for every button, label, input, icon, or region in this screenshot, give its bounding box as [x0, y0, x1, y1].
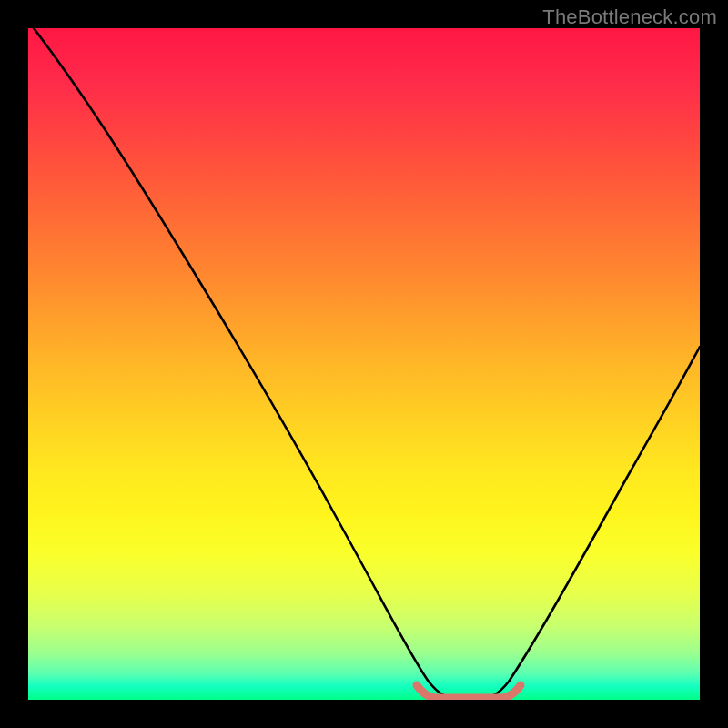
- chart-plot-area: [28, 28, 700, 700]
- curve-path: [28, 28, 700, 698]
- bottleneck-curve: [28, 28, 700, 700]
- watermark-text: TheBottleneck.com: [542, 5, 717, 29]
